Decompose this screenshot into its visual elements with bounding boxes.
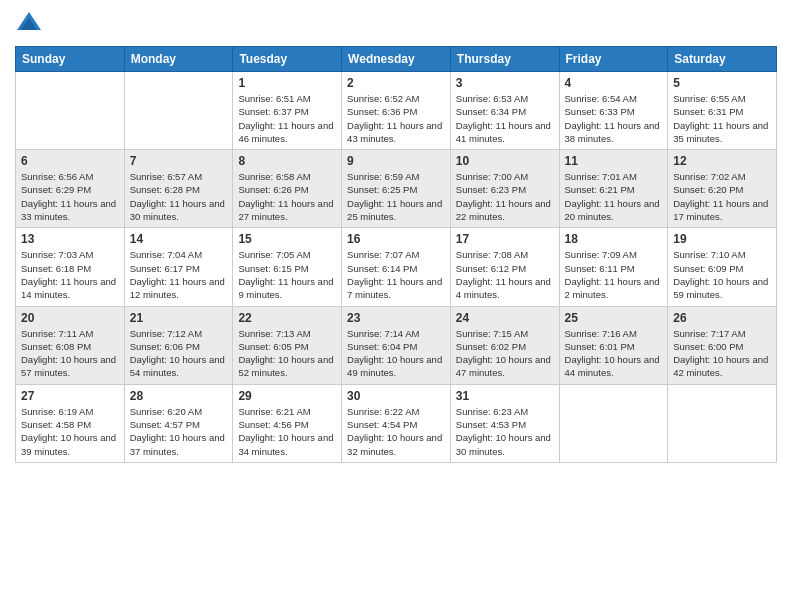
weekday-header: Thursday	[450, 47, 559, 72]
day-info: Sunrise: 7:11 AM Sunset: 6:08 PM Dayligh…	[21, 327, 119, 380]
day-number: 16	[347, 232, 445, 246]
calendar-cell: 27Sunrise: 6:19 AM Sunset: 4:58 PM Dayli…	[16, 384, 125, 462]
calendar-cell: 24Sunrise: 7:15 AM Sunset: 6:02 PM Dayli…	[450, 306, 559, 384]
calendar-cell: 13Sunrise: 7:03 AM Sunset: 6:18 PM Dayli…	[16, 228, 125, 306]
header	[15, 10, 777, 38]
calendar-cell: 15Sunrise: 7:05 AM Sunset: 6:15 PM Dayli…	[233, 228, 342, 306]
day-info: Sunrise: 6:51 AM Sunset: 6:37 PM Dayligh…	[238, 92, 336, 145]
day-number: 21	[130, 311, 228, 325]
calendar-page: SundayMondayTuesdayWednesdayThursdayFrid…	[0, 0, 792, 612]
day-number: 2	[347, 76, 445, 90]
day-number: 13	[21, 232, 119, 246]
calendar-cell: 22Sunrise: 7:13 AM Sunset: 6:05 PM Dayli…	[233, 306, 342, 384]
day-info: Sunrise: 7:14 AM Sunset: 6:04 PM Dayligh…	[347, 327, 445, 380]
calendar-cell: 18Sunrise: 7:09 AM Sunset: 6:11 PM Dayli…	[559, 228, 668, 306]
day-number: 24	[456, 311, 554, 325]
day-info: Sunrise: 6:52 AM Sunset: 6:36 PM Dayligh…	[347, 92, 445, 145]
day-number: 4	[565, 76, 663, 90]
calendar-week-row: 1Sunrise: 6:51 AM Sunset: 6:37 PM Daylig…	[16, 72, 777, 150]
calendar-week-row: 13Sunrise: 7:03 AM Sunset: 6:18 PM Dayli…	[16, 228, 777, 306]
day-info: Sunrise: 7:12 AM Sunset: 6:06 PM Dayligh…	[130, 327, 228, 380]
day-info: Sunrise: 7:15 AM Sunset: 6:02 PM Dayligh…	[456, 327, 554, 380]
day-info: Sunrise: 7:10 AM Sunset: 6:09 PM Dayligh…	[673, 248, 771, 301]
day-info: Sunrise: 6:59 AM Sunset: 6:25 PM Dayligh…	[347, 170, 445, 223]
day-number: 1	[238, 76, 336, 90]
calendar-cell: 14Sunrise: 7:04 AM Sunset: 6:17 PM Dayli…	[124, 228, 233, 306]
day-number: 19	[673, 232, 771, 246]
day-info: Sunrise: 7:09 AM Sunset: 6:11 PM Dayligh…	[565, 248, 663, 301]
day-info: Sunrise: 6:22 AM Sunset: 4:54 PM Dayligh…	[347, 405, 445, 458]
calendar-cell: 30Sunrise: 6:22 AM Sunset: 4:54 PM Dayli…	[342, 384, 451, 462]
day-info: Sunrise: 6:20 AM Sunset: 4:57 PM Dayligh…	[130, 405, 228, 458]
day-number: 28	[130, 389, 228, 403]
calendar-cell: 17Sunrise: 7:08 AM Sunset: 6:12 PM Dayli…	[450, 228, 559, 306]
calendar-week-row: 6Sunrise: 6:56 AM Sunset: 6:29 PM Daylig…	[16, 150, 777, 228]
weekday-header: Friday	[559, 47, 668, 72]
day-number: 5	[673, 76, 771, 90]
day-number: 8	[238, 154, 336, 168]
calendar-cell: 5Sunrise: 6:55 AM Sunset: 6:31 PM Daylig…	[668, 72, 777, 150]
day-number: 9	[347, 154, 445, 168]
weekday-header: Wednesday	[342, 47, 451, 72]
day-info: Sunrise: 6:23 AM Sunset: 4:53 PM Dayligh…	[456, 405, 554, 458]
day-info: Sunrise: 6:21 AM Sunset: 4:56 PM Dayligh…	[238, 405, 336, 458]
calendar-cell: 11Sunrise: 7:01 AM Sunset: 6:21 PM Dayli…	[559, 150, 668, 228]
day-info: Sunrise: 7:08 AM Sunset: 6:12 PM Dayligh…	[456, 248, 554, 301]
day-info: Sunrise: 7:07 AM Sunset: 6:14 PM Dayligh…	[347, 248, 445, 301]
day-info: Sunrise: 7:05 AM Sunset: 6:15 PM Dayligh…	[238, 248, 336, 301]
day-number: 10	[456, 154, 554, 168]
calendar-cell: 16Sunrise: 7:07 AM Sunset: 6:14 PM Dayli…	[342, 228, 451, 306]
calendar-cell	[559, 384, 668, 462]
day-number: 3	[456, 76, 554, 90]
day-info: Sunrise: 6:19 AM Sunset: 4:58 PM Dayligh…	[21, 405, 119, 458]
calendar-cell: 4Sunrise: 6:54 AM Sunset: 6:33 PM Daylig…	[559, 72, 668, 150]
calendar-header-row: SundayMondayTuesdayWednesdayThursdayFrid…	[16, 47, 777, 72]
calendar-cell: 23Sunrise: 7:14 AM Sunset: 6:04 PM Dayli…	[342, 306, 451, 384]
day-info: Sunrise: 7:00 AM Sunset: 6:23 PM Dayligh…	[456, 170, 554, 223]
calendar-cell: 19Sunrise: 7:10 AM Sunset: 6:09 PM Dayli…	[668, 228, 777, 306]
calendar-cell: 25Sunrise: 7:16 AM Sunset: 6:01 PM Dayli…	[559, 306, 668, 384]
calendar-cell: 8Sunrise: 6:58 AM Sunset: 6:26 PM Daylig…	[233, 150, 342, 228]
calendar-cell: 29Sunrise: 6:21 AM Sunset: 4:56 PM Dayli…	[233, 384, 342, 462]
calendar-cell: 9Sunrise: 6:59 AM Sunset: 6:25 PM Daylig…	[342, 150, 451, 228]
calendar-cell: 7Sunrise: 6:57 AM Sunset: 6:28 PM Daylig…	[124, 150, 233, 228]
calendar-cell	[124, 72, 233, 150]
calendar-cell	[668, 384, 777, 462]
day-number: 7	[130, 154, 228, 168]
day-info: Sunrise: 6:54 AM Sunset: 6:33 PM Dayligh…	[565, 92, 663, 145]
calendar-cell: 28Sunrise: 6:20 AM Sunset: 4:57 PM Dayli…	[124, 384, 233, 462]
calendar-cell: 12Sunrise: 7:02 AM Sunset: 6:20 PM Dayli…	[668, 150, 777, 228]
day-number: 15	[238, 232, 336, 246]
calendar-cell: 26Sunrise: 7:17 AM Sunset: 6:00 PM Dayli…	[668, 306, 777, 384]
day-info: Sunrise: 7:01 AM Sunset: 6:21 PM Dayligh…	[565, 170, 663, 223]
calendar-cell: 21Sunrise: 7:12 AM Sunset: 6:06 PM Dayli…	[124, 306, 233, 384]
day-number: 25	[565, 311, 663, 325]
day-info: Sunrise: 7:03 AM Sunset: 6:18 PM Dayligh…	[21, 248, 119, 301]
day-number: 29	[238, 389, 336, 403]
day-info: Sunrise: 6:53 AM Sunset: 6:34 PM Dayligh…	[456, 92, 554, 145]
calendar-week-row: 20Sunrise: 7:11 AM Sunset: 6:08 PM Dayli…	[16, 306, 777, 384]
calendar-cell: 6Sunrise: 6:56 AM Sunset: 6:29 PM Daylig…	[16, 150, 125, 228]
calendar-cell: 31Sunrise: 6:23 AM Sunset: 4:53 PM Dayli…	[450, 384, 559, 462]
calendar-table: SundayMondayTuesdayWednesdayThursdayFrid…	[15, 46, 777, 463]
day-number: 27	[21, 389, 119, 403]
day-info: Sunrise: 7:02 AM Sunset: 6:20 PM Dayligh…	[673, 170, 771, 223]
weekday-header: Tuesday	[233, 47, 342, 72]
weekday-header: Saturday	[668, 47, 777, 72]
calendar-cell	[16, 72, 125, 150]
day-number: 18	[565, 232, 663, 246]
day-number: 30	[347, 389, 445, 403]
day-info: Sunrise: 6:58 AM Sunset: 6:26 PM Dayligh…	[238, 170, 336, 223]
calendar-cell: 2Sunrise: 6:52 AM Sunset: 6:36 PM Daylig…	[342, 72, 451, 150]
day-number: 23	[347, 311, 445, 325]
calendar-week-row: 27Sunrise: 6:19 AM Sunset: 4:58 PM Dayli…	[16, 384, 777, 462]
calendar-cell: 3Sunrise: 6:53 AM Sunset: 6:34 PM Daylig…	[450, 72, 559, 150]
day-number: 12	[673, 154, 771, 168]
day-number: 26	[673, 311, 771, 325]
day-number: 14	[130, 232, 228, 246]
calendar-cell: 10Sunrise: 7:00 AM Sunset: 6:23 PM Dayli…	[450, 150, 559, 228]
weekday-header: Monday	[124, 47, 233, 72]
day-info: Sunrise: 7:13 AM Sunset: 6:05 PM Dayligh…	[238, 327, 336, 380]
day-info: Sunrise: 6:57 AM Sunset: 6:28 PM Dayligh…	[130, 170, 228, 223]
logo-icon	[15, 10, 43, 38]
